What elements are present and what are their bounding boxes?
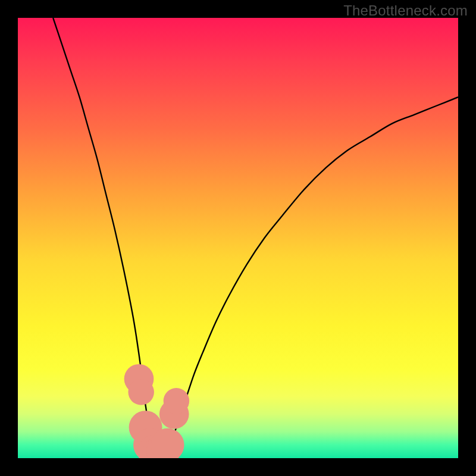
watermark-text: TheBottleneck.com xyxy=(343,2,468,19)
data-marker xyxy=(164,388,190,414)
data-markers xyxy=(124,364,190,458)
bottleneck-curve xyxy=(53,18,458,455)
chart-frame: TheBottleneck.com xyxy=(0,0,476,476)
data-marker xyxy=(128,379,154,405)
curve-svg xyxy=(18,18,458,458)
plot-area xyxy=(18,18,458,458)
